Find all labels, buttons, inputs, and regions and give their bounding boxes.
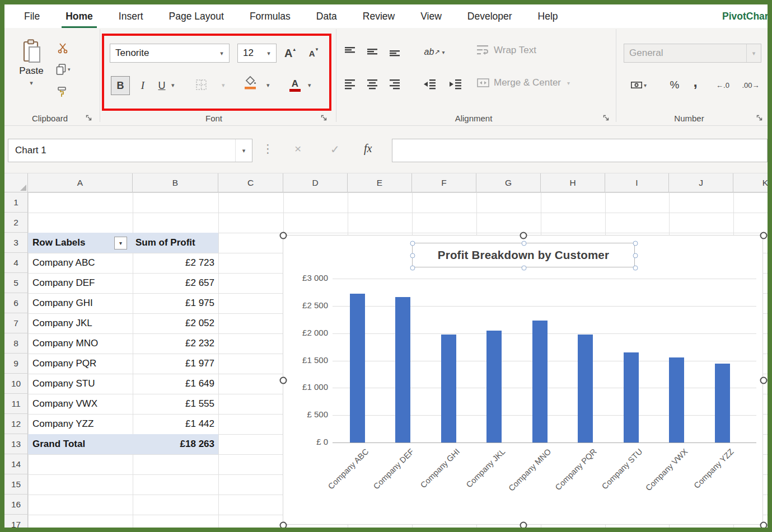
font-color-button[interactable]: A	[287, 76, 303, 94]
row-header-4[interactable]: 4	[4, 253, 28, 273]
column-header-j[interactable]: J	[669, 173, 733, 192]
select-all-corner[interactable]	[4, 173, 28, 192]
number-format-combo[interactable]: General ▾	[624, 44, 761, 63]
column-header-g[interactable]: G	[476, 173, 541, 192]
row-header-13[interactable]: 13	[4, 434, 28, 454]
font-dialog-launcher[interactable]	[320, 114, 328, 122]
comma-style-button[interactable]: ,	[687, 76, 703, 94]
title-selection-handle[interactable]	[410, 241, 415, 246]
column-header-c[interactable]: C	[218, 173, 283, 192]
number-dialog-launcher[interactable]	[756, 114, 764, 122]
pivot-row-label[interactable]: Company PQR	[32, 354, 129, 374]
chart-selection-handle[interactable]	[760, 522, 768, 529]
borders-button[interactable]	[195, 78, 208, 92]
row-header-16[interactable]: 16	[4, 495, 28, 515]
top-align-button[interactable]	[340, 43, 361, 62]
pivot-row-value[interactable]: £1 977	[133, 354, 217, 374]
bar-company-abc[interactable]	[350, 294, 365, 442]
ribbon-tab-formulas[interactable]: Formulas	[237, 4, 303, 28]
ribbon-tab-file[interactable]: File	[11, 4, 53, 28]
chart-title-box[interactable]: Profit Breakdown by Customer	[412, 243, 635, 267]
enter-button[interactable]: ✓	[330, 143, 340, 156]
title-selection-handle[interactable]	[633, 266, 638, 271]
ribbon-tab-developer[interactable]: Developer	[455, 4, 525, 28]
column-header-i[interactable]: I	[605, 173, 669, 192]
decrease-decimal-button[interactable]: .00→	[738, 76, 764, 94]
decrease-indent-button[interactable]	[419, 75, 441, 94]
chart-selection-handle[interactable]	[280, 232, 287, 239]
clipboard-dialog-launcher[interactable]	[85, 114, 93, 122]
row-header-9[interactable]: 9	[4, 354, 28, 374]
bold-button[interactable]: B	[111, 76, 130, 95]
percent-style-button[interactable]: %	[666, 76, 683, 94]
pivot-row-label[interactable]: Company STU	[32, 374, 129, 394]
fill-color-dropdown-icon[interactable]: ▾	[266, 82, 270, 89]
chevron-down-icon[interactable]: ▾	[746, 44, 761, 62]
bar-company-vwx[interactable]	[669, 357, 684, 442]
row-header-14[interactable]: 14	[4, 454, 28, 474]
bar-company-jkl[interactable]	[486, 331, 502, 442]
pivot-row-value[interactable]: £2 232	[133, 333, 217, 354]
bar-company-mno[interactable]	[532, 321, 548, 442]
alignment-dialog-launcher[interactable]	[602, 114, 610, 122]
merge-center-button[interactable]: Merge & Center ▾	[477, 77, 570, 88]
ribbon-tab-page-layout[interactable]: Page Layout	[156, 4, 237, 28]
row-header-2[interactable]: 2	[4, 213, 28, 233]
align-right-button[interactable]	[385, 75, 405, 94]
column-header-e[interactable]: E	[348, 173, 412, 192]
row-header-15[interactable]: 15	[4, 474, 28, 495]
row-header-6[interactable]: 6	[4, 293, 28, 313]
bar-company-yzz[interactable]	[715, 364, 730, 442]
pivot-total-label[interactable]: Grand Total	[32, 434, 129, 454]
pivot-row-value[interactable]: £1 555	[133, 394, 217, 414]
chart-selection-handle[interactable]	[760, 377, 768, 384]
cut-button[interactable]	[57, 43, 68, 54]
pivot-chart[interactable]: Profit Breakdown by Customer £3 000£2 50…	[283, 235, 763, 525]
pivot-row-label[interactable]: Company DEF	[32, 273, 129, 293]
name-box[interactable]: Chart 1 ▾	[8, 139, 252, 162]
pivot-row-value[interactable]: £1 649	[133, 374, 217, 394]
title-selection-handle[interactable]	[633, 241, 638, 246]
pivot-row-value[interactable]: £1 442	[133, 414, 217, 434]
wrap-text-button[interactable]: Wrap Text	[477, 45, 536, 56]
font-color-dropdown-icon[interactable]: ▾	[308, 82, 311, 89]
column-header-a[interactable]: A	[28, 173, 133, 192]
row-header-17[interactable]: 17	[4, 515, 28, 528]
pivot-row-value[interactable]: £2 723	[133, 253, 217, 273]
orientation-button[interactable]: ab↗▾	[419, 43, 450, 62]
title-selection-handle[interactable]	[410, 253, 415, 258]
pivot-total-value[interactable]: £18 263	[133, 434, 217, 454]
title-selection-handle[interactable]	[522, 241, 527, 246]
row-header-3[interactable]: 3	[4, 233, 28, 253]
chart-selection-handle[interactable]	[760, 232, 768, 239]
copy-button[interactable]: ▾	[56, 64, 71, 75]
pivot-row-value[interactable]: £1 975	[133, 293, 217, 313]
ribbon-tab-pivotchart[interactable]: PivotChart	[722, 4, 771, 28]
borders-dropdown-icon[interactable]: ▾	[222, 82, 225, 89]
fill-color-button[interactable]	[243, 75, 258, 91]
pivot-row-label[interactable]: Company GHI	[32, 293, 129, 313]
row-labels-filter-button[interactable]: ▾	[114, 237, 127, 249]
insert-function-button[interactable]: fx	[364, 142, 372, 155]
pivot-row-label[interactable]: Company MNO	[32, 333, 129, 354]
row-header-10[interactable]: 10	[4, 374, 28, 394]
column-header-b[interactable]: B	[133, 173, 218, 192]
underline-button[interactable]: U	[153, 76, 170, 95]
bar-company-pqr[interactable]	[578, 335, 593, 442]
underline-dropdown-icon[interactable]: ▾	[171, 82, 175, 89]
pivot-row-label[interactable]: Company JKL	[32, 313, 129, 333]
column-header-k[interactable]: K	[733, 173, 772, 192]
chart-selection-handle[interactable]	[520, 522, 527, 529]
align-center-button[interactable]	[363, 75, 383, 94]
row-header-11[interactable]: 11	[4, 394, 28, 414]
cancel-button[interactable]: ×	[294, 142, 301, 156]
column-header-f[interactable]: F	[412, 173, 476, 192]
pivot-row-label[interactable]: Company YZZ	[32, 414, 129, 434]
accounting-format-button[interactable]: ▾	[626, 76, 652, 94]
bar-company-ghi[interactable]	[441, 335, 456, 442]
row-header-5[interactable]: 5	[4, 273, 28, 293]
bar-company-def[interactable]	[395, 297, 410, 442]
chevron-down-icon[interactable]: ▾	[214, 44, 229, 62]
pivot-header-sum-of-profit[interactable]: Sum of Profit	[135, 233, 217, 253]
column-header-h[interactable]: H	[541, 173, 605, 192]
